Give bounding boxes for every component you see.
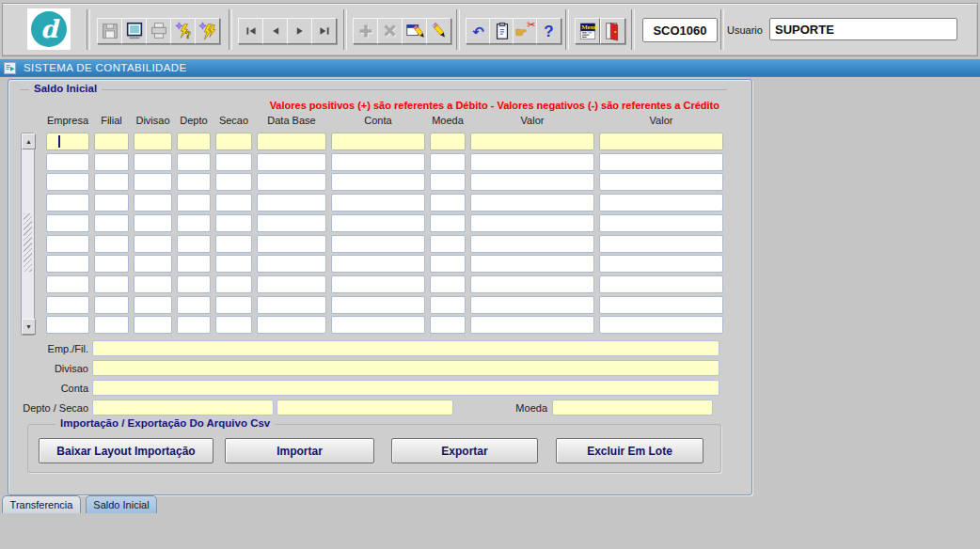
grid-cell[interactable]	[430, 275, 466, 293]
grid-cell[interactable]	[257, 316, 326, 334]
grid-cell[interactable]	[470, 255, 594, 273]
grid-cell[interactable]	[257, 133, 326, 150]
grid-cell[interactable]	[430, 194, 466, 212]
emp-fil-field[interactable]	[92, 340, 719, 356]
execute-button[interactable]	[195, 18, 220, 44]
grid-cell[interactable]	[599, 214, 723, 232]
cut-button[interactable]: ☛✂	[513, 18, 538, 44]
grid-cell[interactable]	[470, 296, 594, 314]
execute-query-hint-button[interactable]: ?	[170, 18, 196, 44]
grid-cell[interactable]	[470, 275, 594, 293]
grid-cell[interactable]	[331, 275, 425, 293]
grid-cell[interactable]	[430, 235, 466, 253]
grid-cell[interactable]	[177, 255, 211, 273]
program-code-field[interactable]: SCO1060	[642, 18, 718, 42]
nav-prev-button[interactable]	[262, 18, 288, 44]
grid-cell[interactable]	[599, 235, 723, 253]
grid-cell[interactable]	[599, 133, 723, 150]
help-button[interactable]: ?	[536, 18, 561, 44]
excluir-em-lote-button[interactable]: Excluir Em Lote	[556, 438, 703, 463]
grid-cell[interactable]	[46, 173, 89, 191]
add-record-button[interactable]	[353, 18, 378, 44]
grid-cell[interactable]	[257, 296, 326, 314]
clipboard-button[interactable]	[489, 18, 514, 44]
grid-cell[interactable]	[430, 153, 466, 171]
grid-cell[interactable]	[134, 153, 172, 171]
grid-cell[interactable]	[46, 275, 89, 293]
grid-cell[interactable]	[430, 173, 466, 191]
grid-cell[interactable]	[257, 214, 326, 232]
grid-cell[interactable]	[430, 316, 466, 334]
importar-button[interactable]: Importar	[225, 438, 374, 463]
grid-cell[interactable]	[215, 214, 252, 232]
grid-cell[interactable]	[257, 275, 326, 293]
grid-cell[interactable]	[599, 255, 723, 273]
grid-cell[interactable]	[257, 255, 326, 273]
grid-cell[interactable]	[46, 316, 89, 334]
edit-button[interactable]	[426, 18, 451, 44]
grid-cell[interactable]	[331, 194, 425, 212]
grid-cell[interactable]	[331, 316, 425, 334]
grid-cell[interactable]	[215, 153, 252, 171]
conta-field[interactable]	[92, 380, 719, 396]
grid-cell[interactable]	[470, 173, 594, 191]
scrollbar-track[interactable]	[22, 148, 34, 321]
grid-cell[interactable]	[599, 173, 723, 191]
grid-cell[interactable]	[599, 275, 723, 293]
grid-cell[interactable]	[470, 214, 594, 232]
grid-cell[interactable]	[94, 194, 129, 212]
grid-cell[interactable]	[331, 255, 425, 273]
grid-cell[interactable]	[46, 296, 89, 314]
grid-cell[interactable]	[599, 296, 723, 314]
depto-field[interactable]	[92, 400, 274, 416]
grid-cell[interactable]	[134, 275, 172, 293]
scroll-down-button[interactable]: ▼	[22, 319, 36, 335]
grid-cell[interactable]	[134, 173, 172, 191]
grid-cell[interactable]	[94, 153, 129, 171]
grid-cell[interactable]	[430, 255, 466, 273]
grid-cell[interactable]	[134, 194, 172, 212]
grid-cell[interactable]	[46, 153, 89, 171]
grid-cell[interactable]	[177, 316, 211, 334]
grid-cell[interactable]	[177, 296, 211, 314]
grid-cell[interactable]	[177, 153, 211, 171]
grid-cell[interactable]	[331, 173, 425, 191]
grid-cell[interactable]	[177, 173, 211, 191]
grid-cell[interactable]	[470, 153, 594, 171]
grid-cell[interactable]	[331, 133, 425, 150]
grid-cell[interactable]	[257, 153, 326, 171]
grid-cell[interactable]	[257, 235, 326, 253]
grid-cell[interactable]	[215, 296, 252, 314]
moeda-field[interactable]	[552, 400, 713, 416]
grid-cell[interactable]	[215, 316, 252, 334]
user-field[interactable]: SUPORTE	[769, 18, 957, 40]
grid-cell[interactable]	[46, 194, 89, 212]
grid-cell[interactable]	[470, 235, 594, 253]
grid-cell[interactable]	[46, 214, 89, 232]
grid-cell[interactable]	[134, 296, 172, 314]
grid-cell[interactable]	[134, 255, 172, 273]
grid-cell[interactable]	[215, 173, 252, 191]
secao-field[interactable]	[277, 400, 453, 416]
delete-record-button[interactable]	[377, 18, 403, 44]
grid-cell[interactable]	[331, 235, 425, 253]
edit-form-button[interactable]	[402, 18, 427, 44]
grid-cell[interactable]	[215, 275, 252, 293]
menu-button[interactable]: Menu	[575, 18, 600, 44]
grid-cell[interactable]	[331, 153, 425, 171]
grid-cell[interactable]	[94, 296, 129, 314]
screen-button[interactable]	[121, 18, 147, 44]
exportar-button[interactable]: Exportar	[391, 438, 538, 463]
exit-button[interactable]	[600, 18, 625, 44]
grid-cell[interactable]	[599, 194, 723, 212]
grid-cell[interactable]	[134, 214, 172, 232]
grid-cell[interactable]	[257, 173, 326, 191]
grid-cell[interactable]	[177, 214, 211, 232]
grid-cell[interactable]	[430, 214, 466, 232]
nav-next-button[interactable]	[287, 18, 312, 44]
grid-cell[interactable]	[177, 133, 211, 150]
undo-button[interactable]: ↶	[466, 18, 491, 44]
tab-transferencia[interactable]: Transferencia	[2, 495, 81, 513]
grid-cell[interactable]	[177, 194, 211, 212]
grid-cell[interactable]	[470, 316, 594, 334]
